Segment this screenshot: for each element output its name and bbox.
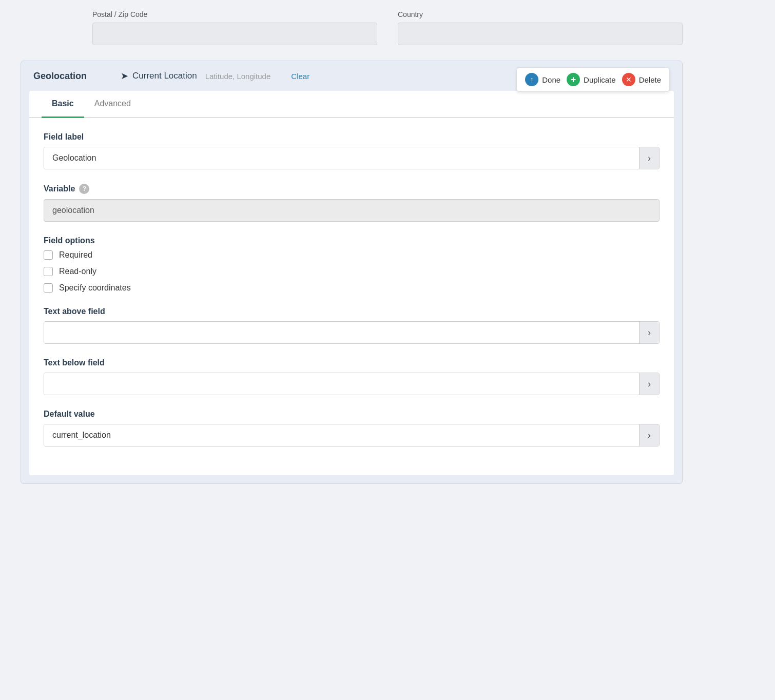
- specify-coords-checkbox-row[interactable]: Specify coordinates: [44, 283, 660, 293]
- text-above-input-wrapper: ›: [44, 321, 660, 344]
- text-above-group: Text above field ›: [44, 307, 660, 344]
- duplicate-icon: +: [567, 73, 580, 86]
- read-only-checkbox-row[interactable]: Read-only: [44, 267, 660, 276]
- text-above-heading: Text above field: [44, 307, 660, 316]
- country-label: Country: [398, 10, 683, 18]
- current-location-button[interactable]: ➤ Current Location Latitude, Longitude: [121, 70, 270, 82]
- tab-advanced[interactable]: Advanced: [84, 91, 141, 118]
- delete-button[interactable]: ✕ Delete: [622, 73, 661, 86]
- current-location-label: Current Location: [132, 71, 197, 81]
- text-below-group: Text below field ›: [44, 358, 660, 395]
- page-wrapper: Postal / Zip Code Country Geolocation ➤ …: [0, 0, 775, 700]
- clear-button[interactable]: Clear: [291, 72, 309, 81]
- geo-title: Geolocation: [33, 71, 105, 82]
- required-label: Required: [59, 250, 92, 260]
- location-icon: ➤: [121, 70, 128, 82]
- country-input[interactable]: [398, 23, 683, 45]
- default-value-input-wrapper: ›: [44, 424, 660, 446]
- variable-heading: Variable ?: [44, 184, 660, 194]
- required-checkbox-row[interactable]: Required: [44, 250, 660, 260]
- tab-basic[interactable]: Basic: [42, 91, 84, 118]
- duplicate-label: Duplicate: [584, 75, 616, 84]
- text-below-input[interactable]: [44, 373, 639, 395]
- postal-input[interactable]: [92, 23, 377, 45]
- delete-label: Delete: [639, 75, 661, 84]
- top-fields-row: Postal / Zip Code Country: [0, 0, 775, 55]
- postal-field-group: Postal / Zip Code: [92, 10, 377, 45]
- delete-icon: ✕: [622, 73, 635, 86]
- action-buttons-container: ↑ Done + Duplicate ✕ Delete: [516, 67, 670, 92]
- text-below-heading: Text below field: [44, 358, 660, 367]
- form-content: Field label › Variable ? geolocation: [29, 118, 674, 475]
- required-checkbox[interactable]: [44, 250, 53, 260]
- default-value-group: Default value ›: [44, 410, 660, 446]
- default-value-input[interactable]: [44, 424, 639, 446]
- text-above-arrow-button[interactable]: ›: [639, 322, 659, 343]
- geolocation-panel: Geolocation ➤ Current Location Latitude,…: [21, 61, 683, 484]
- tabs-container: Basic Advanced: [29, 91, 674, 118]
- country-field-group: Country: [398, 10, 683, 45]
- text-below-input-wrapper: ›: [44, 373, 660, 395]
- variable-help-icon[interactable]: ?: [79, 184, 89, 194]
- done-label: Done: [542, 75, 560, 84]
- read-only-label: Read-only: [59, 267, 96, 276]
- field-options-list: Required Read-only Specify coordinates: [44, 250, 660, 293]
- geo-content: Basic Advanced Field label ›: [29, 91, 674, 475]
- read-only-checkbox[interactable]: [44, 267, 53, 276]
- duplicate-button[interactable]: + Duplicate: [567, 73, 616, 86]
- field-label-input[interactable]: [44, 147, 639, 169]
- field-label-group: Field label ›: [44, 132, 660, 169]
- text-below-arrow-button[interactable]: ›: [639, 373, 659, 395]
- field-options-heading: Field options: [44, 236, 660, 245]
- variable-group: Variable ? geolocation: [44, 184, 660, 222]
- specify-coords-label: Specify coordinates: [59, 283, 131, 293]
- variable-display: geolocation: [44, 199, 660, 222]
- geo-header: Geolocation ➤ Current Location Latitude,…: [21, 61, 682, 91]
- specify-coords-checkbox[interactable]: [44, 283, 53, 293]
- field-label-heading: Field label: [44, 132, 660, 142]
- field-label-input-wrapper: ›: [44, 147, 660, 169]
- location-placeholder: Latitude, Longitude: [205, 72, 271, 81]
- default-value-heading: Default value: [44, 410, 660, 419]
- text-above-input[interactable]: [44, 322, 639, 343]
- field-label-arrow-button[interactable]: ›: [639, 147, 659, 169]
- default-value-arrow-button[interactable]: ›: [639, 424, 659, 446]
- postal-label: Postal / Zip Code: [92, 10, 377, 18]
- done-icon: ↑: [525, 73, 538, 86]
- field-options-group: Field options Required Read-only Spec: [44, 236, 660, 293]
- done-button[interactable]: ↑ Done: [525, 73, 560, 86]
